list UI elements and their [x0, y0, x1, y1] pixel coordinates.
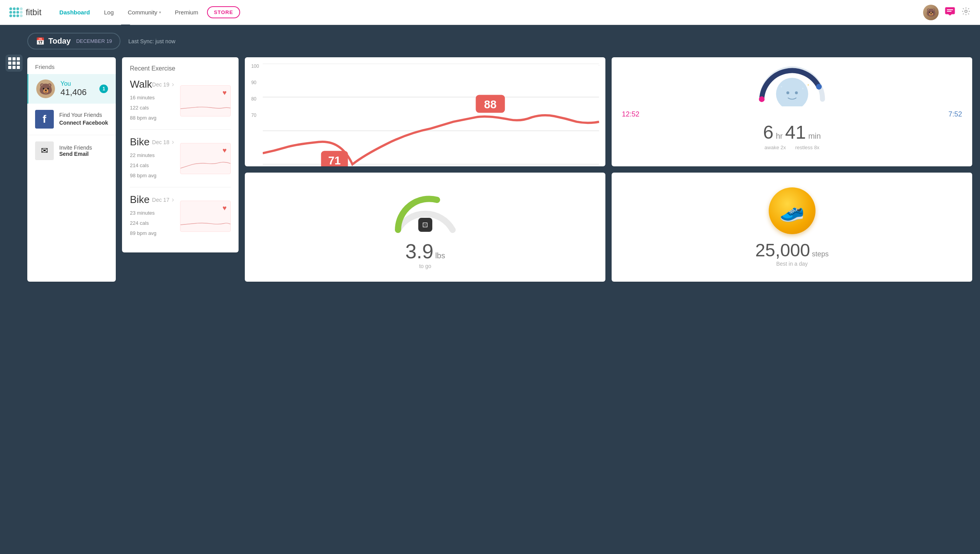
nav-pointer — [121, 25, 130, 29]
calendar-icon: 📅 — [36, 37, 44, 46]
steps-card[interactable]: 👟 25,000 steps Best in a day — [612, 173, 972, 282]
settings-icon[interactable] — [961, 7, 971, 18]
sleep-bedtime: 12:52 — [622, 110, 639, 118]
steps-reading: 25,000 steps — [755, 240, 829, 261]
grid-icon — [8, 57, 20, 69]
user-avatar: 🐻 — [36, 79, 55, 98]
svg-text:88: 88 — [484, 98, 497, 111]
heart-icon3: ♥ — [223, 204, 227, 212]
heart-rate-card[interactable]: 100908070 88 — [245, 57, 605, 166]
nav-log[interactable]: Log — [99, 6, 119, 19]
friend-you-name: You — [60, 80, 94, 87]
sleep-card[interactable]: 12:52 7:52 6 hr 41 min awake 2x restless… — [612, 57, 972, 166]
svg-point-15 — [795, 92, 798, 94]
sleep-min-unit: min — [808, 132, 821, 141]
steps-coin: 👟 — [769, 187, 815, 234]
top-bar: 📅 Today DECEMBER 19 Last Sync: just now — [27, 33, 972, 49]
exercise-title: Recent Exercise — [130, 65, 231, 72]
facebook-connect[interactable]: f Find Your Friends Connect Facebook — [27, 104, 116, 135]
svg-point-14 — [786, 92, 789, 94]
weight-unit: lbs — [435, 251, 445, 260]
svg-rect-1 — [947, 9, 953, 10]
avatar-emoji: 🐻 — [926, 8, 936, 17]
exercise-bike2-name: Bike Dec 17 › — [130, 194, 174, 206]
svg-point-17 — [802, 88, 803, 89]
logo-text: fitbit — [26, 7, 41, 18]
logo[interactable]: fitbit — [9, 7, 41, 18]
svg-point-3 — [965, 10, 967, 12]
exercise-bike1-chart: ♥ — [180, 143, 231, 174]
email-icon: ✉ — [35, 141, 54, 160]
fitbit-logo-dots — [9, 7, 23, 17]
heart-icon: ♥ — [223, 89, 227, 97]
chevron-right-icon2: › — [172, 138, 174, 146]
sidebar-toggle-button[interactable] — [5, 55, 23, 72]
friend-info: You 41,406 — [60, 80, 94, 97]
sleep-gauge-svg — [753, 64, 831, 106]
sleep-times: 12:52 7:52 — [618, 110, 966, 118]
weight-gauge: ⊡ — [390, 185, 460, 236]
sleep-gauge — [753, 64, 831, 106]
dashboard-grid: Friends 🐻 You 41,406 1 f Find Your Frien… — [27, 57, 972, 282]
hr-svg: 88 71 — [263, 64, 599, 166]
facebook-text: Find Your Friends Connect Facebook — [59, 111, 108, 127]
svg-point-19 — [759, 96, 764, 102]
steps-value: 25,000 — [755, 240, 810, 260]
chevron-right-icon3: › — [172, 196, 174, 204]
svg-point-18 — [807, 85, 808, 86]
nav-community[interactable]: Community ▾ — [122, 6, 166, 19]
exercise-walk-info: Walk Dec 19 › 16 minutes122 cals88 bpm a… — [130, 78, 174, 123]
svg-point-20 — [816, 84, 822, 90]
exercise-bike2-date: Dec 17 — [152, 197, 169, 203]
exercise-bike1-stats: 22 minutes214 cals98 bpm avg — [130, 150, 174, 181]
sleep-hr-unit: hr — [776, 132, 783, 141]
weight-value: 3.9 — [405, 240, 433, 263]
today-date: DECEMBER 19 — [76, 38, 112, 44]
exercise-bike2-chart: ♥ — [180, 201, 231, 232]
friends-card: Friends 🐻 You 41,406 1 f Find Your Frien… — [27, 57, 116, 282]
steps-unit: steps — [812, 250, 829, 258]
email-text: Invite Friends Send Email — [59, 145, 92, 157]
svg-point-16 — [780, 86, 782, 88]
exercise-walk-chart: ♥ — [180, 85, 231, 116]
scale-icon: ⊡ — [418, 218, 432, 232]
exercise-bike1-date: Dec 18 — [152, 139, 169, 145]
facebook-icon: f — [35, 110, 54, 129]
exercise-walk-stats: 16 minutes122 cals88 bpm avg — [130, 93, 174, 123]
exercise-bike1-info: Bike Dec 18 › 22 minutes214 cals98 bpm a… — [130, 136, 174, 181]
email-invite[interactable]: ✉ Invite Friends Send Email — [27, 135, 116, 166]
sleep-details: awake 2x restless 8x — [618, 145, 966, 150]
friend-you-steps: 41,406 — [60, 87, 94, 97]
svg-rect-0 — [945, 7, 955, 14]
exercise-walk-date: Dec 19 — [152, 81, 169, 88]
today-badge[interactable]: 📅 Today DECEMBER 19 — [27, 33, 120, 49]
messages-icon[interactable] — [945, 7, 955, 18]
svg-point-13 — [776, 78, 808, 106]
friends-title: Friends — [27, 57, 116, 74]
friend-you-row[interactable]: 🐻 You 41,406 1 — [27, 74, 116, 104]
heart-icon2: ♥ — [223, 146, 227, 155]
exercise-item-bike2[interactable]: Bike Dec 17 › 23 minutes224 cals89 bpm a… — [130, 194, 231, 245]
hr-y-labels: 100908070 — [251, 64, 259, 118]
chevron-right-icon: › — [172, 80, 174, 88]
nav-premium[interactable]: Premium — [170, 6, 204, 19]
exercise-item-bike1[interactable]: Bike Dec 18 › 22 minutes214 cals98 bpm a… — [130, 136, 231, 187]
weight-reading: 3.9 lbs — [405, 240, 445, 263]
weight-card[interactable]: ⊡ 3.9 lbs to go — [245, 173, 605, 282]
store-button[interactable]: STORE — [207, 6, 241, 18]
sleep-hours: 6 — [763, 122, 774, 143]
chevron-down-icon: ▾ — [159, 10, 161, 14]
exercise-bike2-info: Bike Dec 17 › 23 minutes224 cals89 bpm a… — [130, 194, 174, 238]
exercise-bike2-stats: 23 minutes224 cals89 bpm avg — [130, 208, 174, 238]
exercise-walk-name: Walk Dec 19 › — [130, 78, 174, 90]
nav-dashboard[interactable]: Dashboard — [54, 6, 95, 19]
sleep-waketime: 7:52 — [948, 110, 962, 118]
avatar[interactable]: 🐻 — [923, 5, 939, 20]
steps-label: Best in a day — [776, 261, 808, 267]
right-section: 100908070 88 — [245, 57, 972, 282]
svg-text:71: 71 — [328, 154, 341, 166]
navbar-right: 🐻 — [923, 5, 971, 20]
sync-status: Last Sync: just now — [128, 38, 175, 44]
exercise-item-walk[interactable]: Walk Dec 19 › 16 minutes122 cals88 bpm a… — [130, 78, 231, 130]
svg-rect-2 — [947, 11, 952, 12]
